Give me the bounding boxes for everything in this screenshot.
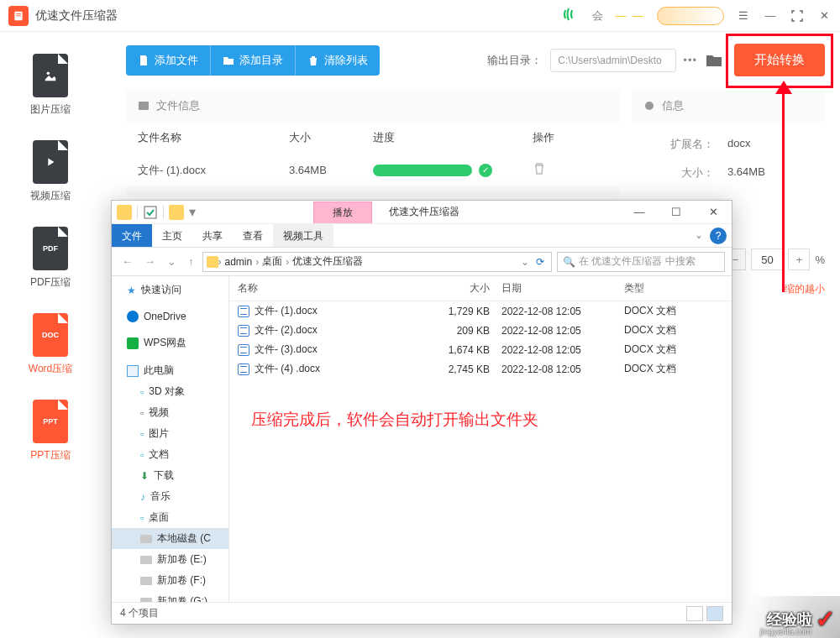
file-panel: 文件信息 文件名称 大小 进度 操作 文件- (1).docx 3.64MB ✓	[126, 90, 620, 196]
increase-button[interactable]: +	[788, 248, 810, 270]
node-disk-f[interactable]: 新加卷 (F:)	[112, 570, 228, 591]
file-panel-head: 文件信息	[126, 90, 620, 122]
view-details-icon[interactable]	[686, 606, 703, 621]
node-wps[interactable]: WPS网盘	[112, 332, 228, 353]
cell-size: 3.64MB	[289, 164, 373, 176]
close-icon[interactable]: ✕	[816, 8, 832, 24]
sidebar-item-ppt[interactable]: PPT PPT压缩	[0, 391, 101, 478]
quickaccess-dropdown[interactable]: ▾	[189, 204, 196, 220]
node-music[interactable]: ♪音乐	[112, 486, 228, 507]
node-video[interactable]: ▫视频	[112, 402, 228, 423]
sidebar-item-word[interactable]: DOC Word压缩	[0, 305, 101, 391]
node-disk-e[interactable]: 新加卷 (E:)	[112, 549, 228, 570]
col-progress: 进度	[373, 130, 533, 145]
app-title: 优速文件压缩器	[35, 8, 118, 24]
node-disk-g[interactable]: 新加卷 (G:)	[112, 591, 228, 602]
ribbon-collapse-icon[interactable]: ⌄	[688, 224, 710, 247]
ex-col-type[interactable]: 类型	[624, 281, 708, 295]
add-dir-button[interactable]: 添加目录	[211, 45, 296, 76]
explorer-window: ▾ 播放 优速文件压缩器 — ☐ ✕ 文件 主页 共享 查看 视频工具 ⌄ ? …	[111, 200, 732, 625]
tab-home[interactable]: 主页	[152, 224, 192, 247]
cell-name: 文件- (1).docx	[138, 163, 289, 178]
path-folder-icon	[207, 256, 218, 268]
svg-rect-6	[144, 207, 156, 218]
explorer-ribbon-tabs: 文件 主页 共享 查看 视频工具 ⌄ ?	[112, 224, 732, 248]
check-folder-icon	[143, 205, 158, 220]
list-item[interactable]: 文件- (2).docx209 KB2022-12-08 12:05DOCX 文…	[229, 321, 732, 340]
ex-close-icon[interactable]: ✕	[695, 201, 732, 224]
node-pictures[interactable]: ▫图片	[112, 423, 228, 444]
node-quickaccess[interactable]: ★快速访问	[112, 280, 228, 301]
list-item[interactable]: 文件- (3).docx1,674 KB2022-12-08 12:05DOCX…	[229, 340, 732, 359]
node-downloads[interactable]: ⬇下载	[112, 465, 228, 486]
nav-recent-icon[interactable]: ⌄	[164, 255, 180, 268]
annotation-text: 压缩完成后，软件会自动打开输出文件夹	[229, 379, 732, 431]
fullscreen-icon[interactable]	[790, 8, 805, 24]
tab-view[interactable]: 查看	[233, 224, 273, 247]
nav-forward-icon[interactable]: →	[141, 255, 159, 268]
sidebar-item-image[interactable]: 图片压缩	[0, 45, 101, 132]
view-tiles-icon[interactable]	[706, 606, 723, 621]
minimize-icon[interactable]: —	[763, 8, 778, 24]
menu-icon[interactable]: ☰	[736, 8, 751, 24]
info-row-size: 大小： 3.64MB	[632, 159, 825, 187]
table-row[interactable]: 文件- (1).docx 3.64MB ✓	[126, 154, 620, 186]
node-3d[interactable]: ▫3D 对象	[112, 381, 228, 402]
tab-file[interactable]: 文件	[112, 224, 152, 247]
tab-video-tools[interactable]: 视频工具	[273, 224, 333, 247]
play-tab[interactable]: 播放	[313, 201, 372, 223]
node-thispc[interactable]: 此电脑	[112, 360, 228, 381]
node-desktop[interactable]: ▫桌面	[112, 507, 228, 528]
delete-row-button[interactable]	[533, 162, 583, 178]
nav-up-icon[interactable]: ↑	[185, 255, 197, 268]
ex-col-date[interactable]: 日期	[490, 281, 624, 295]
address-bar[interactable]: › admin › 桌面 › 优速文件压缩器 ⌄ ⟳	[202, 252, 553, 272]
info-panel: 信息 扩展名： docx 大小： 3.64MB	[632, 90, 825, 196]
list-item[interactable]: 文件- (4) .docx2,745 KB2022-12-08 12:05DOC…	[229, 359, 732, 379]
search-input[interactable]: 🔍 在 优速文件压缩器 中搜索	[557, 252, 725, 272]
svg-rect-2	[16, 15, 21, 16]
sidebar-item-pdf[interactable]: PDF PDF压缩	[0, 218, 101, 305]
sidebar-item-video[interactable]: 视频压缩	[0, 132, 101, 218]
more-dots-icon[interactable]: •••	[683, 54, 697, 66]
titlebar: 优速文件压缩器 会 — — ☰ — ✕	[0, 0, 840, 32]
progress-bar	[373, 165, 472, 176]
start-convert-button[interactable]: 开始转换	[734, 44, 825, 76]
node-onedrive[interactable]: OneDrive	[112, 307, 228, 326]
refresh-icon[interactable]: ⟳	[533, 256, 548, 268]
folder-icon	[223, 55, 234, 66]
button-group: 添加文件 添加目录 清除列表	[126, 45, 380, 76]
add-file-button[interactable]: 添加文件	[126, 45, 211, 76]
annotation-arrow-head	[775, 81, 792, 94]
docx-icon	[238, 344, 249, 356]
info-row-ext: 扩展名： docx	[632, 130, 825, 159]
percent-value[interactable]: 50	[751, 248, 783, 270]
ex-maximize-icon[interactable]: ☐	[658, 201, 695, 224]
node-documents[interactable]: ▫文档	[112, 444, 228, 465]
info-panel-head: 信息	[632, 90, 825, 122]
ex-col-size[interactable]: 大小	[423, 281, 490, 295]
explorer-statusbar: 4 个项目	[112, 602, 732, 624]
start-button-wrap: 开始转换	[734, 44, 825, 76]
output-path-field[interactable]: C:\Users\admin\Deskto	[550, 49, 676, 72]
vip-pill[interactable]	[657, 7, 724, 25]
explorer-columns: 名称 大小 日期 类型	[229, 276, 732, 301]
help-icon[interactable]: ?	[710, 227, 727, 244]
trash-icon	[307, 55, 319, 66]
clear-list-button[interactable]: 清除列表	[296, 45, 380, 76]
ex-minimize-icon[interactable]: —	[621, 201, 658, 224]
list-item[interactable]: 文件- (1).docx1,729 KB2022-12-08 12:05DOCX…	[229, 301, 732, 321]
docx-icon	[238, 363, 249, 375]
col-name: 文件名称	[138, 130, 289, 145]
tab-share[interactable]: 共享	[192, 224, 233, 247]
ex-col-name[interactable]: 名称	[238, 281, 423, 295]
col-size: 大小	[289, 130, 373, 145]
explorer-content: 名称 大小 日期 类型 文件- (1).docx1,729 KB2022-12-…	[229, 276, 732, 602]
svg-rect-1	[16, 13, 21, 14]
browse-folder-button[interactable]	[704, 50, 724, 71]
node-localdisk-c[interactable]: 本地磁盘 (C	[112, 528, 228, 549]
nav-back-icon[interactable]: ←	[118, 255, 136, 268]
path-dropdown-icon[interactable]: ⌄	[517, 256, 533, 268]
svg-point-5	[645, 102, 654, 110]
s-icon	[562, 7, 580, 24]
